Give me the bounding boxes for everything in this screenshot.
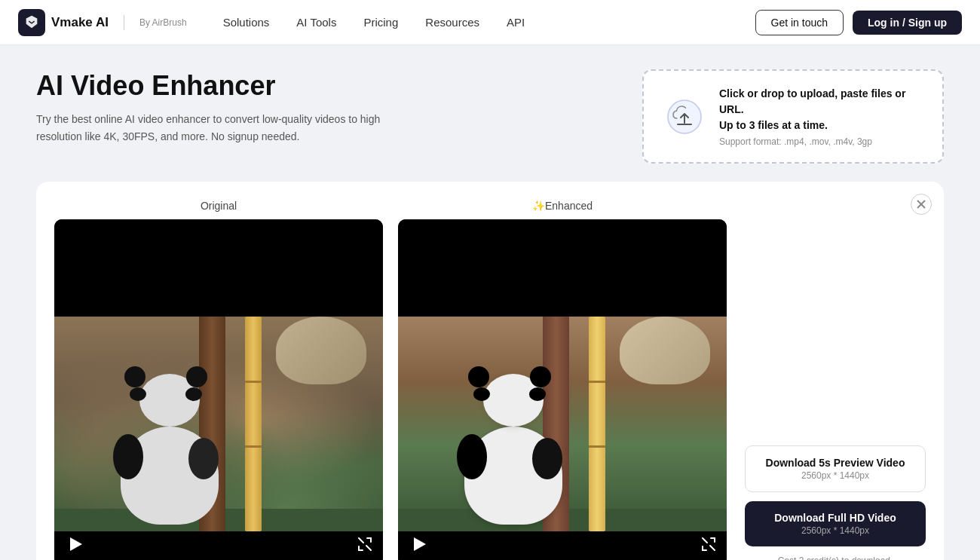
nav-ai-tools[interactable]: AI Tools xyxy=(296,16,336,29)
play-triangle-original xyxy=(70,537,82,551)
logo-name: Vmake AI xyxy=(51,15,109,30)
nav-solutions[interactable]: Solutions xyxy=(223,16,270,29)
enhanced-label: ✨Enhanced xyxy=(398,200,727,212)
upload-icon xyxy=(665,97,704,136)
enhanced-video-frame xyxy=(398,219,727,560)
nav-resources[interactable]: Resources xyxy=(425,16,479,29)
full-download-button[interactable]: Download Full HD Video 2560px * 1440px xyxy=(745,501,926,546)
panda-enhanced xyxy=(457,374,608,525)
expand-button-original[interactable] xyxy=(357,537,372,555)
upload-sub-text: Support format: .mp4, .mov, .m4v, 3gp xyxy=(719,136,921,147)
black-bottom-original xyxy=(54,531,383,560)
hero-title: AI Video Enhancer xyxy=(36,69,398,102)
play-button-original[interactable] xyxy=(65,533,87,555)
black-top-enhanced xyxy=(398,219,727,317)
black-bottom-enhanced xyxy=(398,531,727,560)
login-signup-button[interactable]: Log in / Sign up xyxy=(853,11,962,35)
upload-text: Click or drop to upload, paste files or … xyxy=(719,86,921,147)
enhanced-panel: ✨Enhanced xyxy=(398,200,727,560)
credit-notice: Cost 2 credit(s) to download. xyxy=(745,555,926,560)
logo-divider xyxy=(124,15,124,30)
get-in-touch-button[interactable]: Get in touch xyxy=(755,10,844,35)
videos-area: Original xyxy=(54,200,727,560)
panda-original xyxy=(113,374,264,525)
sidebar-actions: Download 5s Preview Video 2560px * 1440p… xyxy=(745,200,926,560)
logo-area[interactable]: Vmake AI By AirBrush xyxy=(18,9,187,36)
rock-enhanced xyxy=(620,317,710,384)
page-content: AI Video Enhancer Try the best online AI… xyxy=(0,45,980,560)
nav-pricing[interactable]: Pricing xyxy=(363,16,398,29)
hero-area: AI Video Enhancer Try the best online AI… xyxy=(36,69,944,164)
main-card: Original xyxy=(36,182,944,560)
upload-zone[interactable]: Click or drop to upload, paste files or … xyxy=(642,69,944,164)
original-panel: Original xyxy=(54,200,383,560)
nav-api[interactable]: API xyxy=(507,16,525,29)
play-triangle-enhanced xyxy=(414,537,426,551)
play-button-enhanced[interactable] xyxy=(409,533,431,555)
logo-icon xyxy=(18,9,45,36)
nav-actions: Get in touch Log in / Sign up xyxy=(755,10,962,35)
video-divider xyxy=(383,200,398,560)
by-airbrush: By AirBrush xyxy=(139,17,187,28)
hero-subtitle: Try the best online AI video enhancer to… xyxy=(36,111,398,145)
original-label: Original xyxy=(54,200,383,212)
upload-main-text: Click or drop to upload, paste files or … xyxy=(719,86,921,133)
preview-download-button[interactable]: Download 5s Preview Video 2560px * 1440p… xyxy=(745,445,926,492)
expand-button-enhanced[interactable] xyxy=(701,537,716,555)
original-video-frame xyxy=(54,219,383,560)
black-top-original xyxy=(54,219,383,317)
rock-original xyxy=(276,317,366,384)
upload-icon-wrap xyxy=(665,97,704,136)
close-button[interactable] xyxy=(911,194,932,215)
nav-links: Solutions AI Tools Pricing Resources API xyxy=(223,16,755,29)
hero-text: AI Video Enhancer Try the best online AI… xyxy=(36,69,398,145)
navbar: Vmake AI By AirBrush Solutions AI Tools … xyxy=(0,0,980,45)
